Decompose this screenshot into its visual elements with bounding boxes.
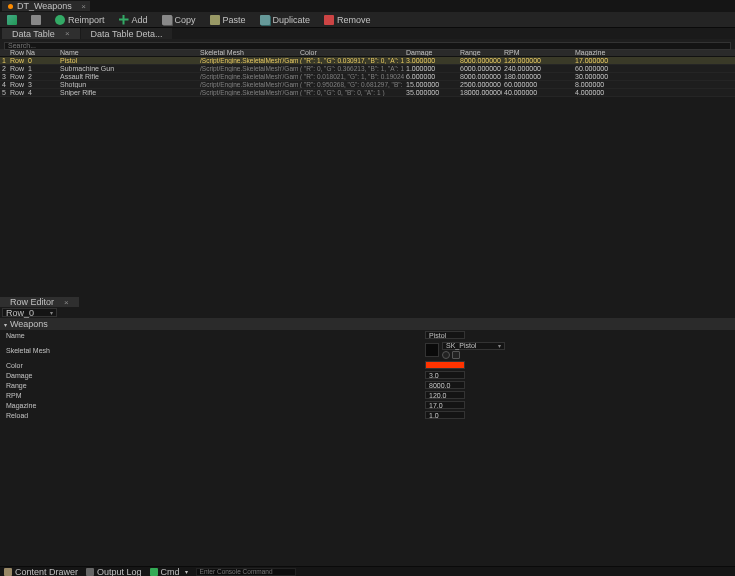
prop-label-range: Range: [0, 380, 425, 390]
add-icon: [119, 15, 129, 25]
output-log-label: Output Log: [97, 567, 142, 577]
cell-mesh: /Script/Engine.SkeletalMesh'/Game/Weapon…: [198, 73, 298, 80]
content-drawer-label: Content Drawer: [15, 567, 78, 577]
close-icon[interactable]: ×: [81, 2, 86, 11]
col-range[interactable]: Range: [458, 49, 502, 56]
color-swatch[interactable]: [425, 361, 465, 369]
row-selector-value: Row_0: [6, 308, 34, 318]
content-drawer-button[interactable]: Content Drawer: [4, 567, 78, 577]
file-tab-row: DT_Weapons ×: [0, 0, 735, 12]
tab-data-table[interactable]: Data Table×: [2, 28, 80, 39]
cell-name: Sniper Rifle: [58, 89, 198, 96]
bottom-bar: Content Drawer Output Log Cmd▾: [0, 566, 735, 576]
cell-range: 8000.000000: [458, 73, 502, 80]
close-icon[interactable]: ×: [65, 29, 70, 38]
prop-label-rpm: RPM: [0, 390, 425, 400]
tab-row-editor[interactable]: Row Editor×: [0, 297, 79, 307]
cell-damage: 6.000000: [404, 73, 458, 80]
prop-label-reload: Reload: [0, 410, 425, 420]
cell-rowname: Row_4: [8, 89, 58, 96]
console-input[interactable]: [196, 568, 296, 576]
reimport-label: Reimport: [68, 15, 105, 25]
mesh-dropdown[interactable]: SK_Pistol: [442, 342, 505, 350]
cell-damage: 1.000000: [404, 65, 458, 72]
range-input[interactable]: 8000.0: [425, 381, 465, 389]
col-mesh[interactable]: Skeletal Mesh: [198, 49, 298, 56]
prop-label-damage: Damage: [0, 370, 425, 380]
cell-rpm: 60.000000: [502, 81, 573, 88]
cell-magazine: 4.000000: [573, 89, 713, 96]
content-drawer-icon: [4, 568, 12, 576]
col-magazine[interactable]: Magazine: [573, 49, 713, 56]
copy-label: Copy: [175, 15, 196, 25]
duplicate-button[interactable]: Duplicate: [257, 14, 314, 26]
file-tab[interactable]: DT_Weapons ×: [2, 1, 90, 11]
browse-button[interactable]: [28, 14, 44, 26]
col-damage[interactable]: Damage: [404, 49, 458, 56]
table-row[interactable]: 5Row_4Sniper Rifle/Script/Engine.Skeleta…: [0, 89, 735, 97]
cell-color: ( "R": 1, "G": 0.030917, "B": 0, "A": 1 …: [298, 57, 404, 64]
tab-data-table-details[interactable]: Data Table Deta...: [81, 28, 173, 39]
file-tab-label: DT_Weapons: [17, 1, 72, 11]
col-name[interactable]: Name: [58, 49, 198, 56]
cell-range: 2500.000000: [458, 81, 502, 88]
cell-rpm: 240.000000: [502, 65, 573, 72]
remove-button[interactable]: Remove: [321, 14, 374, 26]
paste-button[interactable]: Paste: [207, 14, 249, 26]
damage-input[interactable]: 3.0: [425, 371, 465, 379]
cell-mesh: /Script/Engine.SkeletalMesh'/Game/TP_Fir…: [198, 65, 298, 72]
add-label: Add: [132, 15, 148, 25]
copy-button[interactable]: Copy: [159, 14, 199, 26]
col-rowname[interactable]: Row Na: [8, 49, 58, 56]
table-row[interactable]: 3Row_2Assault Rifle/Script/Engine.Skelet…: [0, 73, 735, 81]
cell-range: 6000.000000: [458, 65, 502, 72]
cell-mesh: /Script/Engine.SkeletalMesh'/Game/Weapon…: [198, 57, 298, 64]
reimport-icon: [55, 15, 65, 25]
browse-icon: [31, 15, 41, 25]
col-rpm[interactable]: RPM: [502, 49, 573, 56]
duplicate-label: Duplicate: [273, 15, 311, 25]
use-asset-icon[interactable]: [442, 351, 450, 359]
prop-label-magazine: Magazine: [0, 400, 425, 410]
row-selector-dropdown[interactable]: Row_0: [2, 308, 57, 317]
remove-label: Remove: [337, 15, 371, 25]
cell-idx: 2: [0, 65, 8, 72]
browse-asset-icon[interactable]: [452, 351, 460, 359]
reload-input[interactable]: 1.0: [425, 411, 465, 419]
category-header[interactable]: Weapons: [0, 318, 735, 330]
cell-color: ( "R": 0.950268, "G": 0.681297, "B": 0.0…: [298, 81, 404, 88]
rpm-input[interactable]: 120.0: [425, 391, 465, 399]
cell-magazine: 60.000000: [573, 65, 713, 72]
cell-color: ( "R": 0, "G": 0.366213, "B": 1, "A": 1 …: [298, 65, 404, 72]
cell-mesh: /Script/Engine.SkeletalMesh'/Game/Weapon…: [198, 89, 298, 96]
cell-rowname: Row_1: [8, 65, 58, 72]
reimport-button[interactable]: Reimport: [52, 14, 108, 26]
remove-icon: [324, 15, 334, 25]
table-row[interactable]: 4Row_3Shotgun/Script/Engine.SkeletalMesh…: [0, 81, 735, 89]
panel-tabs: Data Table× Data Table Deta...: [0, 28, 735, 39]
cell-rpm: 120.000000: [502, 57, 573, 64]
name-input[interactable]: Pistol: [425, 331, 465, 339]
magazine-input[interactable]: 17.0: [425, 401, 465, 409]
paste-icon: [210, 15, 220, 25]
tab-label: Row Editor: [10, 297, 54, 307]
cmd-button[interactable]: Cmd▾: [150, 567, 188, 577]
cell-rpm: 180.000000: [502, 73, 573, 80]
cell-magazine: 30.000000: [573, 73, 713, 80]
chevron-down-icon: ▾: [185, 568, 188, 575]
row-editor-panel: Row Editor× Row_0 Weapons Name Skeletal …: [0, 297, 735, 420]
add-button[interactable]: Add: [116, 14, 151, 26]
tab-label: Data Table: [12, 29, 55, 39]
output-log-button[interactable]: Output Log: [86, 567, 142, 577]
table-row[interactable]: 2Row_1Submachine Gun/Script/Engine.Skele…: [0, 65, 735, 73]
property-values: Pistol SK_Pistol 3.0 8000.0 120.0 17.0 1…: [425, 330, 735, 420]
table-row[interactable]: 1Row_0Pistol/Script/Engine.SkeletalMesh'…: [0, 57, 735, 65]
cell-magazine: 8.000000: [573, 81, 713, 88]
toolbar: Reimport Add Copy Paste Duplicate Remove: [0, 12, 735, 28]
mesh-thumbnail[interactable]: [425, 343, 439, 357]
save-button[interactable]: [4, 14, 20, 26]
cell-color: ( "R": 0.018021, "G": 1, "B": 0.190248, …: [298, 73, 404, 80]
close-icon[interactable]: ×: [64, 298, 69, 307]
cell-mesh: /Script/Engine.SkeletalMesh'/Game/Weapon…: [198, 81, 298, 88]
col-color[interactable]: Color: [298, 49, 404, 56]
